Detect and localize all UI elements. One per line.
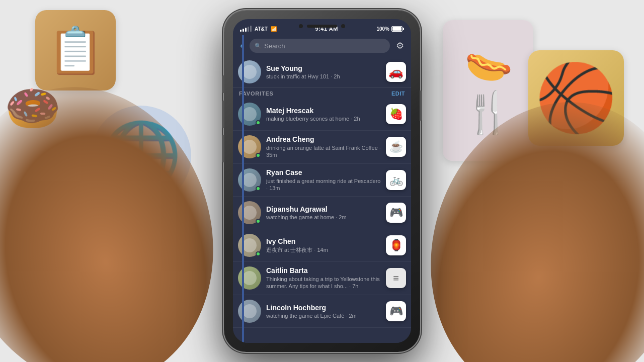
ivy-app-icon: 🏮 — [386, 235, 406, 255]
mute-button — [222, 75, 224, 93]
search-icon: 🔍 — [255, 43, 262, 49]
ivy-status: 逛夜市 at 士林夜市 · 14m — [266, 246, 381, 254]
speaker — [307, 25, 337, 28]
dipanshu-name: Dipanshu Agrawal — [266, 205, 381, 213]
ryan-status: just finished a great morning ride at Pe… — [266, 177, 381, 192]
caitlin-app-icon: ≡ — [386, 268, 406, 288]
edit-button[interactable]: EDIT — [391, 90, 405, 97]
hand-right — [398, 73, 644, 362]
andrea-status: drinking an orange latte at Saint Frank … — [266, 144, 381, 159]
ryan-info: Ryan Case just finished a great morning … — [266, 168, 381, 192]
search-placeholder: Search — [264, 42, 285, 50]
settings-button[interactable]: ⚙ — [394, 38, 406, 53]
status-bar-right: 100% — [376, 26, 404, 32]
dipanshu-status: watching the game at home · 2m — [266, 214, 381, 220]
volume-up-button — [222, 101, 224, 128]
lincoln-info: Lincoln Hochberg watching the game at Ep… — [266, 304, 381, 319]
phone: AT&T 📶 9:41 AM 100% — [224, 10, 420, 352]
carrier-label: AT&T — [255, 26, 268, 32]
sue-young-avatar-wrap — [238, 60, 261, 83]
caitlin-avatar-wrap — [238, 266, 261, 290]
fb-sidebar-bar — [242, 35, 244, 343]
andrea-name: Andrea Cheng — [266, 135, 381, 143]
sue-young-avatar — [238, 60, 261, 83]
caitlin-info: Caitlin Barta Thinking about taking a tr… — [266, 266, 381, 290]
volume-down-button — [222, 135, 224, 162]
status-bar-left: AT&T 📶 — [240, 26, 277, 32]
matej-status: making blueberry scones at home · 2h — [266, 116, 381, 122]
andrea-avatar-wrap — [238, 135, 261, 158]
lincoln-avatar — [238, 300, 261, 323]
matej-app-icon: 🍓 — [386, 104, 406, 124]
dipanshu-info: Dipanshu Agrawal watching the game at ho… — [266, 205, 381, 220]
online-indicator — [256, 153, 261, 158]
sensor — [341, 24, 345, 28]
dipanshu-avatar-wrap — [238, 201, 261, 224]
phone-top-decor — [299, 24, 345, 28]
sue-young-info: Sue Young stuck in traffic at Hwy 101 · … — [266, 64, 381, 79]
list-item[interactable]: Andrea Cheng drinking an orange latte at… — [233, 131, 411, 164]
camera — [299, 24, 303, 28]
matej-avatar-wrap — [238, 103, 261, 126]
online-indicator — [256, 219, 261, 224]
andrea-app-icon: ☕ — [386, 137, 406, 157]
list-item[interactable]: Lincoln Hochberg watching the game at Ep… — [233, 295, 411, 328]
nav-bar: ‹ 🔍 Search ⚙ — [233, 35, 411, 56]
phone-shell: AT&T 📶 9:41 AM 100% — [224, 10, 420, 352]
ivy-name: Ivy Chen — [266, 237, 381, 245]
first-item[interactable]: Sue Young stuck in traffic at Hwy 101 · … — [233, 56, 411, 88]
caitlin-name: Caitlin Barta — [266, 266, 381, 275]
online-indicator — [256, 120, 261, 125]
ryan-name: Ryan Case — [266, 168, 381, 176]
list-item[interactable]: Ivy Chen 逛夜市 at 士林夜市 · 14m 🏮 — [233, 229, 411, 262]
battery-label: 100% — [376, 26, 389, 32]
online-indicator — [256, 251, 261, 256]
list-item[interactable]: Dipanshu Agrawal watching the game at ho… — [233, 197, 411, 229]
phone-screen: AT&T 📶 9:41 AM 100% — [233, 19, 411, 343]
feed-list: Matej Hrescak making blueberry scones at… — [233, 98, 411, 328]
lincoln-status: watching the game at Epic Café · 2m — [266, 313, 381, 319]
list-item[interactable]: Matej Hrescak making blueberry scones at… — [233, 98, 411, 131]
power-button — [420, 90, 422, 121]
caitlin-avatar — [238, 266, 261, 290]
sue-young-name: Sue Young — [266, 64, 381, 72]
battery-icon — [391, 26, 404, 32]
content-area: Sue Young stuck in traffic at Hwy 101 · … — [233, 56, 411, 343]
favorites-label: FAVORITES — [239, 90, 274, 97]
online-indicator — [256, 186, 261, 191]
sue-young-status: stuck in traffic at Hwy 101 · 2h — [266, 73, 381, 79]
signal-icon — [240, 26, 252, 32]
favorites-header: FAVORITES EDIT — [233, 88, 411, 98]
sue-young-app-icon: 🚗 — [386, 62, 406, 82]
hand-left — [0, 58, 246, 362]
lincoln-name: Lincoln Hochberg — [266, 304, 381, 312]
matej-info: Matej Hrescak making blueberry scones at… — [266, 107, 381, 122]
matej-name: Matej Hrescak — [266, 107, 381, 115]
search-bar[interactable]: 🔍 Search — [250, 39, 390, 53]
lincoln-avatar-wrap — [238, 300, 261, 323]
list-item[interactable]: Caitlin Barta Thinking about taking a tr… — [233, 262, 411, 295]
dipanshu-app-icon: 🎮 — [386, 203, 406, 223]
ryan-app-icon: 🚲 — [386, 170, 406, 190]
lincoln-app-icon: 🎮 — [386, 301, 406, 321]
andrea-info: Andrea Cheng drinking an orange latte at… — [266, 135, 381, 159]
ryan-avatar-wrap — [238, 168, 261, 192]
caitlin-status: Thinking about taking a trip to Yellowst… — [266, 276, 381, 290]
list-item[interactable]: Ryan Case just finished a great morning … — [233, 164, 411, 197]
ivy-info: Ivy Chen 逛夜市 at 士林夜市 · 14m — [266, 237, 381, 254]
ivy-avatar-wrap — [238, 234, 261, 257]
wifi-icon: 📶 — [271, 26, 277, 32]
